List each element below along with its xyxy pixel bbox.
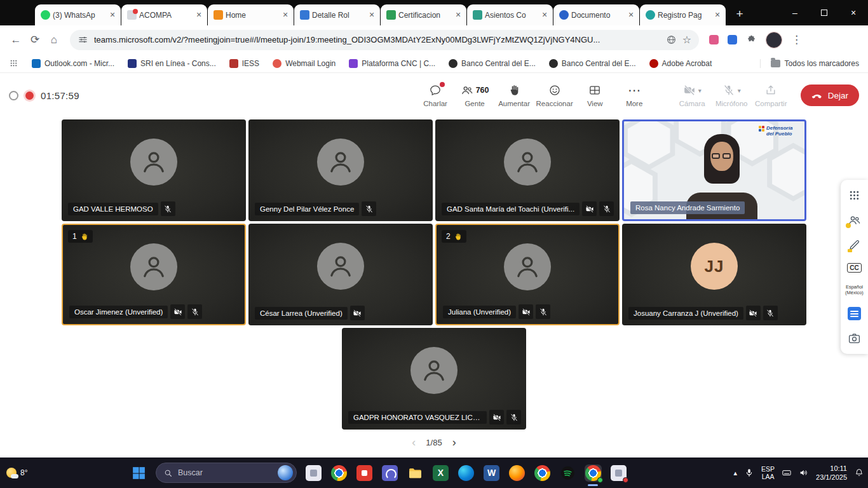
bookmark-item[interactable]: Outlook.com - Micr... (32, 59, 114, 68)
bookmark-item[interactable]: Webmail Login (273, 59, 336, 68)
refresh-button[interactable]: ⟳ (25, 30, 44, 50)
chrome-active-icon[interactable] (585, 464, 602, 482)
chrome-icon-2[interactable] (534, 464, 551, 482)
view-button[interactable]: View (578, 83, 613, 107)
teams-icon[interactable] (381, 464, 398, 482)
pen-tool-icon[interactable] (848, 238, 861, 252)
weather-widget[interactable]: 8° (6, 458, 27, 488)
edge-icon[interactable] (458, 464, 475, 482)
participant-tile[interactable]: GAD VALLE HERMOSO (62, 119, 246, 221)
firefox-icon[interactable] (508, 464, 526, 482)
translate-icon[interactable] (666, 34, 677, 45)
profile-avatar[interactable] (766, 32, 782, 48)
bookmark-item[interactable]: IESS (229, 59, 259, 68)
search-highlight-image[interactable] (278, 465, 293, 480)
back-button[interactable]: ← (6, 30, 25, 50)
bookmark-item[interactable]: Adobe Acrobat (649, 59, 712, 68)
participant-tile[interactable]: GADPR HONORATO VASQUEZ LIC. VI... (342, 328, 526, 430)
notifications-bell-icon[interactable] (854, 468, 864, 478)
screenshot-camera-icon[interactable] (848, 332, 861, 345)
next-page-icon[interactable]: › (452, 436, 456, 449)
browser-menu-icon[interactable]: ⋮ (791, 33, 802, 46)
bookmark-item[interactable]: Banco Central del E... (549, 59, 636, 68)
tab-certificacion[interactable]: Certificacion × (381, 4, 466, 25)
taskbar-search[interactable]: Buscar (156, 463, 297, 483)
bookmark-item[interactable]: Banco Central del E... (449, 59, 536, 68)
participant-tile[interactable]: GAD Santa María del Toachi (Unverifi... (435, 119, 620, 221)
home-button[interactable]: ⌂ (44, 30, 64, 50)
touch-keyboard-icon[interactable] (782, 468, 792, 478)
window-close-button[interactable]: × (839, 0, 868, 25)
app-notification-icon[interactable] (610, 464, 627, 482)
participant-tile[interactable]: César Larrea (Unverified) (248, 224, 433, 325)
participant-tile-active-speaker[interactable]: Defensoría del Pueblo Rosa Nancy Andrade… (622, 119, 806, 221)
tab-home[interactable]: Home × (208, 4, 294, 25)
tab-close-icon[interactable]: × (107, 10, 118, 20)
tab-asientos[interactable]: Asientos Co × (467, 4, 553, 25)
tab-close-icon[interactable]: × (539, 10, 550, 20)
participant-tile[interactable]: Genny Del Pilar Vélez Ponce (248, 119, 433, 221)
app-icon-generic[interactable] (305, 464, 322, 482)
file-explorer-icon[interactable] (407, 464, 424, 482)
closed-captions-icon[interactable]: CC (847, 263, 861, 273)
participant-tile[interactable]: JJ Josuany Carranza J (Unverified) (622, 224, 806, 325)
taskbar-clock[interactable]: 10:11 23/1/2025 (816, 464, 847, 482)
start-button[interactable] (130, 464, 147, 482)
tab-registro[interactable]: Registro Pag × (640, 4, 726, 25)
tab-close-icon[interactable]: × (626, 10, 636, 20)
red-app-icon[interactable] (356, 464, 373, 482)
word-icon[interactable]: W (483, 464, 500, 482)
previous-page-icon[interactable]: ‹ (412, 436, 416, 449)
bookmark-star-icon[interactable]: ☆ (682, 34, 691, 46)
tab-whatsapp[interactable]: (3) WhatsAp × (35, 4, 121, 25)
window-maximize-button[interactable] (810, 0, 839, 25)
bookmark-item[interactable]: Plataforma CNC | C... (349, 59, 435, 68)
tab-acompa-active[interactable]: ACOMPA × (121, 4, 207, 25)
participant-tile-hand-raised[interactable]: 1 Oscar Jimenez (Unverified) (62, 224, 246, 325)
raise-hand-button[interactable]: Aumentar (497, 83, 532, 107)
more-button[interactable]: ⋯ More (617, 83, 652, 107)
tray-mic-icon[interactable] (744, 468, 754, 478)
site-info-icon[interactable] (78, 34, 88, 45)
tab-close-icon[interactable]: × (280, 10, 290, 20)
chat-button[interactable]: Charlar (418, 83, 453, 107)
react-button[interactable]: Reaccionar (536, 83, 573, 107)
camera-button-disabled[interactable]: ▾ Cámara (675, 83, 710, 107)
participant-tile-hand-raised[interactable]: 2 Juliana (Unverified) (435, 224, 620, 325)
url-text[interactable]: teams.microsoft.com/v2/?meetingjoin=true… (94, 35, 660, 44)
video-row-3: GADPR HONORATO VASQUEZ LIC. VI... (0, 328, 868, 430)
tab-detalle-rol[interactable]: Detalle Rol × (294, 4, 380, 25)
meeting-info-icon[interactable] (9, 91, 18, 100)
tab-close-icon[interactable]: × (712, 10, 722, 20)
extension-icon-1[interactable] (709, 35, 719, 44)
all-bookmarks-button[interactable]: Todos los marcadores (760, 59, 859, 68)
grid-dots-icon[interactable] (848, 189, 861, 202)
extension-icon-2[interactable] (728, 35, 737, 44)
leave-label: Dejar (828, 91, 848, 100)
notes-doc-icon[interactable] (848, 307, 861, 320)
url-field[interactable]: teams.microsoft.com/v2/?meetingjoin=true… (70, 30, 699, 50)
people-button[interactable]: 760 Gente (458, 83, 492, 107)
tab-close-icon[interactable]: × (194, 10, 204, 20)
bookmark-item[interactable]: SRI en Línea - Cons... (128, 59, 216, 68)
leave-button[interactable]: Dejar (801, 85, 859, 106)
mic-button-disabled[interactable]: ▾ Micrófono (714, 83, 749, 107)
tab-close-icon[interactable]: × (453, 10, 463, 20)
hidden-icons-chevron[interactable]: ▴ (734, 469, 738, 477)
apps-grid-icon[interactable] (9, 58, 18, 68)
people-tool-icon[interactable] (848, 214, 861, 227)
excel-icon[interactable]: X (432, 464, 449, 482)
extensions-puzzle-icon[interactable] (746, 34, 757, 45)
tab-documento[interactable]: Documento × (553, 4, 639, 25)
bookmark-label: IESS (242, 59, 259, 68)
speaker-icon[interactable] (799, 468, 809, 478)
spotify-icon[interactable] (559, 464, 576, 482)
new-tab-button[interactable]: + (731, 5, 749, 23)
tab-close-icon[interactable]: × (367, 10, 377, 20)
share-button-disabled[interactable]: Compartir (754, 83, 789, 107)
window-minimize-button[interactable]: – (780, 0, 810, 25)
chevron-down-icon[interactable]: ▾ (738, 87, 741, 94)
chevron-down-icon[interactable]: ▾ (698, 87, 702, 94)
chrome-icon[interactable] (330, 464, 348, 482)
input-language-indicator[interactable]: ESP LAA (761, 465, 775, 480)
